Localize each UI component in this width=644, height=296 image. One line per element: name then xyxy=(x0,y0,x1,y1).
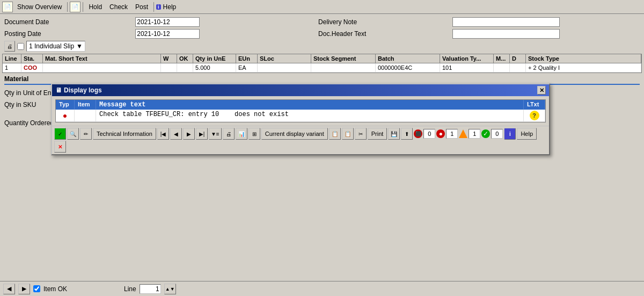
status-icon-btn2[interactable]: ▶ xyxy=(18,284,30,294)
document-date-input[interactable] xyxy=(135,17,200,27)
line-label: Line xyxy=(124,285,136,293)
filter-btn[interactable]: ▼≡ xyxy=(209,128,222,140)
doc-header-text-label: Doc.Header Text xyxy=(286,30,446,38)
dialog-close-x-btn[interactable]: ✕ xyxy=(54,141,66,153)
col-d: D xyxy=(510,54,526,63)
log-header: Typ Item Message text LTxt xyxy=(56,100,545,110)
col-w: W xyxy=(161,54,177,63)
menu-sep1 xyxy=(67,2,68,12)
col-qty: Qty in UnE xyxy=(193,54,236,63)
delivery-note-input[interactable] xyxy=(452,17,560,27)
error-count: 1 xyxy=(446,129,458,139)
nav-prev-btn[interactable]: ◀ xyxy=(170,128,182,140)
posting-date-input[interactable] xyxy=(135,29,200,39)
goods-receipt-table: Line Sta. Mat. Short Text W OK Qty in Un… xyxy=(2,54,642,73)
dialog-customize-btn[interactable]: ✏ xyxy=(80,128,92,140)
warn-count: 1 xyxy=(469,129,480,139)
stop-count: 0 xyxy=(423,129,435,139)
help-menu[interactable]: i Help xyxy=(156,3,176,11)
error-icon: ● xyxy=(63,111,67,120)
posting-date-label: Posting Date xyxy=(4,30,129,38)
check-menu[interactable]: Check xyxy=(106,2,131,12)
print-btn[interactable]: 🖨 xyxy=(4,41,15,52)
table-row[interactable]: 1 COO 5.000 EA 0000000E4C 101 + 2 Qualit… xyxy=(3,63,641,73)
log-col-msg-text: Message text xyxy=(99,101,145,109)
col-sloc: SLoc xyxy=(258,54,311,63)
hold-menu[interactable]: Hold xyxy=(85,2,105,12)
stop-icon: ⬛ xyxy=(414,129,422,138)
save-btn[interactable]: 💾 xyxy=(388,128,400,140)
cell-line: 1 xyxy=(3,63,21,72)
col-batch: Batch xyxy=(376,54,440,63)
cell-sta: COO xyxy=(21,63,43,72)
cell-d xyxy=(510,63,526,72)
col-mat: Mat. Short Text xyxy=(43,54,161,63)
col-line: Line xyxy=(3,54,21,63)
log-message-text: Check table TFBEFU_CR: entry 10 does not… xyxy=(99,111,289,118)
material-section-label: Material xyxy=(4,75,28,83)
upload-btn[interactable]: ⬆ xyxy=(401,128,413,140)
line-stepper-btn[interactable]: ▲▼ xyxy=(164,284,176,294)
display-variant-button[interactable]: Current display variant xyxy=(261,128,328,140)
dialog-body: Typ Item Message text LTxt ● Check table… xyxy=(52,96,549,126)
col-stock: Stock Type xyxy=(526,54,641,63)
doc-header-text-input[interactable] xyxy=(452,29,560,39)
item-ok-checkbox[interactable] xyxy=(33,285,40,292)
print-btn2[interactable]: 🖨 xyxy=(223,128,235,140)
show-overview-icon[interactable]: 📄 xyxy=(2,2,13,12)
export-btn[interactable]: 📊 xyxy=(236,128,247,140)
col-ok: OK xyxy=(177,54,193,63)
dialog-help-button[interactable]: Help xyxy=(517,128,537,140)
copy-btn[interactable]: 📋 xyxy=(329,128,341,140)
info-btn[interactable]: i xyxy=(504,128,516,140)
table-header: Line Sta. Mat. Short Text W OK Qty in Un… xyxy=(3,54,641,63)
col-sta: Sta. xyxy=(21,54,43,63)
post-menu[interactable]: Post xyxy=(132,2,151,12)
cut-btn[interactable]: ✂ xyxy=(355,128,367,140)
nav-first-btn[interactable]: |◀ xyxy=(157,128,169,140)
item-ok-label: Item OK xyxy=(43,285,67,293)
cell-mat xyxy=(43,63,161,72)
display-logs-dialog: 🖥 Display logs ✕ Typ Item Message text L… xyxy=(51,83,550,155)
nav-last-btn[interactable]: ▶| xyxy=(196,128,208,140)
paste-btn[interactable]: 📋 xyxy=(342,128,354,140)
menu-bar: 📄 Show Overview 📄 Hold Check Post i Help xyxy=(0,0,644,14)
delivery-note-label: Delivery Note xyxy=(286,18,446,26)
dialog-titlebar: 🖥 Display logs ✕ xyxy=(52,84,549,96)
col-val: Valuation Ty... xyxy=(440,54,494,63)
print-text-button[interactable]: Print xyxy=(368,128,387,140)
dialog-icon: 🖥 xyxy=(55,86,62,94)
slip-dropdown[interactable]: 1 Individual Slip ▼ xyxy=(26,41,85,52)
status-icon-btn1[interactable]: ◀ xyxy=(3,284,15,294)
dialog-title: Display logs xyxy=(64,86,102,94)
expand-btn[interactable]: ⊞ xyxy=(248,128,260,140)
cell-stock: + 2 Quality I xyxy=(526,63,641,72)
dialog-check-btn[interactable]: ✓ xyxy=(54,128,66,140)
log-col-msg: Message text xyxy=(96,100,524,110)
line-input[interactable] xyxy=(140,284,161,294)
dialog-close-button[interactable]: ✕ xyxy=(537,86,546,95)
log-col-ltxt: LTxt xyxy=(524,100,545,110)
new-doc-icon[interactable]: 📄 xyxy=(70,2,80,12)
cell-val: 101 xyxy=(440,63,494,72)
col-eun: EUn xyxy=(236,54,258,63)
cell-m xyxy=(494,63,510,72)
menu-sep3 xyxy=(153,2,154,12)
tech-info-button[interactable]: Technical Information xyxy=(93,128,156,140)
cell-seg xyxy=(311,63,376,72)
show-overview-menu[interactable]: Show Overview xyxy=(14,2,65,12)
question-icon[interactable]: ? xyxy=(530,111,539,120)
form-section: Document Date Delivery Note Posting Date… xyxy=(0,14,644,40)
dialog-search-btn[interactable]: 🔍 xyxy=(67,128,79,140)
warn-triangle-icon xyxy=(459,129,467,138)
ok-count-icon: ✓ xyxy=(481,129,490,138)
checkbox1[interactable] xyxy=(17,43,24,50)
log-type-cell: ● xyxy=(56,110,75,121)
dropdown-arrow: ▼ xyxy=(76,42,83,50)
menu-sep2 xyxy=(83,2,83,12)
log-table: Typ Item Message text LTxt ● Check table… xyxy=(55,99,546,122)
nav-next-btn[interactable]: ▶ xyxy=(183,128,195,140)
cell-ok xyxy=(177,63,193,72)
slip-toolbar: 🖨 1 Individual Slip ▼ xyxy=(0,40,644,54)
log-data-row[interactable]: ● Check table TFBEFU_CR: entry 10 does n… xyxy=(56,110,545,122)
